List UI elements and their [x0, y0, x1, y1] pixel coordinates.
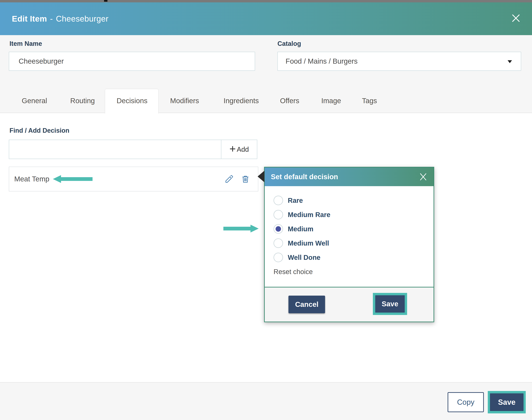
popover-save-highlight: Save: [373, 293, 407, 315]
tab-routing[interactable]: Routing: [70, 97, 95, 105]
arrow-shaft: [61, 177, 93, 181]
default-decision-options: Rare Medium Rare Medium Medium Well Well…: [274, 193, 330, 265]
trash-icon[interactable]: [241, 174, 250, 184]
page-title-separator: -: [50, 14, 53, 23]
item-name-label: Item Name: [10, 40, 42, 47]
top-notch-mark: [104, 0, 107, 2]
radio-option-label: Medium Rare: [288, 211, 330, 219]
radio-icon: [274, 196, 283, 205]
radio-icon: [274, 253, 283, 262]
catalog-label: Catalog: [278, 40, 301, 47]
radio-option-medium-rare[interactable]: Medium Rare: [274, 208, 330, 222]
popover-cancel-button[interactable]: Cancel: [288, 296, 325, 313]
save-button[interactable]: Save: [490, 393, 523, 411]
tab-offers[interactable]: Offers: [280, 97, 299, 105]
radio-selected-icon: [274, 224, 283, 234]
copy-button[interactable]: Copy: [448, 392, 484, 412]
find-add-decision-label: Find / Add Decision: [10, 127, 69, 134]
tab-ingredients[interactable]: Ingredients: [224, 97, 259, 105]
set-default-decision-popover: Set default decision Rare Medium Rare Me…: [264, 167, 434, 322]
page-title: Edit Item-Cheeseburger: [12, 14, 109, 23]
decision-name: Meat Temp: [14, 175, 49, 183]
tab-general[interactable]: General: [22, 97, 47, 105]
popover-close-icon[interactable]: [418, 171, 429, 182]
chevron-down-icon: [508, 60, 512, 63]
arrow-shaft: [223, 227, 251, 230]
decision-row-actions: [225, 167, 250, 191]
page-title-action: Edit Item: [12, 14, 47, 23]
arrow-head: [251, 225, 259, 232]
tab-decisions[interactable]: Decisions: [117, 97, 147, 105]
popover-title: Set default decision: [271, 173, 338, 181]
popover-save-button[interactable]: Save: [375, 295, 405, 313]
arrow-head: [53, 175, 61, 183]
popover-header: Set default decision: [265, 167, 434, 186]
radio-option-label: Rare: [288, 197, 303, 204]
close-icon[interactable]: [509, 12, 522, 25]
modal-header: Edit Item-Cheeseburger: [0, 2, 532, 35]
popover-footer: Cancel Save: [265, 287, 434, 322]
radio-option-medium-well[interactable]: Medium Well: [274, 236, 330, 250]
page-title-item: Cheeseburger: [56, 14, 109, 23]
decision-search-group: + Add: [9, 140, 257, 159]
close-icon-glyph: [419, 172, 428, 181]
radio-option-rare[interactable]: Rare: [274, 193, 330, 208]
top-page-strip: [0, 0, 532, 2]
item-name-field[interactable]: Cheeseburger: [9, 52, 255, 71]
decision-list-item[interactable]: Meat Temp: [9, 167, 258, 191]
tab-modifiers[interactable]: Modifiers: [170, 97, 199, 105]
tab-tags[interactable]: Tags: [362, 97, 377, 105]
radio-option-label: Medium Well: [288, 240, 329, 247]
radio-icon: [274, 210, 283, 219]
plus-icon: +: [229, 144, 236, 154]
decision-search-input[interactable]: [9, 140, 221, 159]
radio-option-well-done[interactable]: Well Done: [274, 250, 330, 265]
radio-option-medium[interactable]: Medium: [274, 222, 330, 236]
radio-icon: [274, 239, 283, 248]
popover-pointer-icon: [258, 171, 264, 182]
reset-choice-link[interactable]: Reset choice: [274, 268, 313, 276]
edit-pencil-icon[interactable]: [225, 174, 234, 184]
add-button-label: Add: [237, 146, 249, 153]
item-name-value: Cheeseburger: [19, 57, 64, 65]
add-decision-button[interactable]: + Add: [221, 140, 257, 159]
tab-divider-line: [0, 113, 532, 113]
tab-image[interactable]: Image: [321, 97, 341, 105]
catalog-value: Food / Mains / Burgers: [286, 57, 358, 65]
radio-option-label: Well Done: [288, 254, 321, 261]
save-button-highlight: Save: [488, 391, 526, 413]
close-icon-glyph: [510, 13, 521, 24]
radio-option-label: Medium: [288, 225, 313, 233]
catalog-dropdown[interactable]: Food / Mains / Burgers: [278, 52, 521, 71]
